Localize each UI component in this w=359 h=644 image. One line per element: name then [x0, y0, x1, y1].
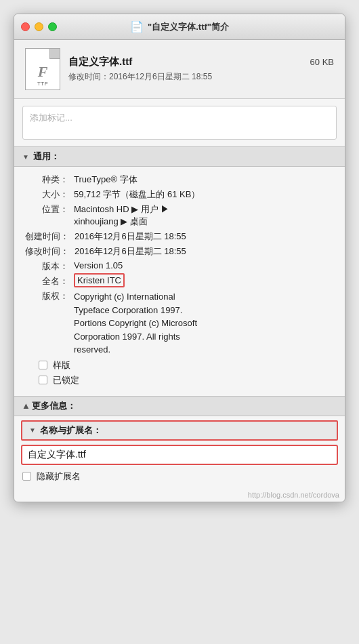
label-location: 位置： — [25, 203, 74, 216]
file-header: F TTF 自定义字体.ttf 60 KB 修改时间：2016年12月6日星期二… — [14, 40, 345, 99]
general-section-header[interactable]: ▼ 通用： — [14, 146, 345, 167]
value-kind: TrueType® 字体 — [74, 174, 337, 186]
value-size: 59,712 字节（磁盘上的 61 KB） — [74, 188, 337, 201]
title-bar: 📄 "自定义字体.ttf"简介 — [14, 14, 345, 40]
window-title: "自定义字体.ttf"简介 — [148, 21, 229, 33]
checkbox-locked-box[interactable] — [39, 376, 47, 384]
info-window: 📄 "自定义字体.ttf"简介 F TTF 自定义字体.ttf 60 KB 修改… — [14, 14, 345, 502]
checkbox-sample: 样版 — [39, 359, 337, 371]
label-kind: 种类： — [25, 174, 74, 186]
filename-input-wrapper[interactable] — [21, 445, 338, 465]
name-ext-triangle: ▼ — [29, 426, 36, 434]
value-modified: 2016年12月6日星期二 18:55 — [75, 245, 337, 258]
value-copyright: Copyright (c) International Typeface Cor… — [74, 290, 337, 357]
checkbox-sample-label: 样版 — [53, 359, 70, 371]
traffic-lights — [21, 22, 57, 31]
file-icon: F TTF — [25, 48, 60, 90]
footer-watermark: http://blog.csdn.net/cordova — [14, 488, 345, 502]
info-row-size: 大小： 59,712 字节（磁盘上的 61 KB） — [25, 188, 337, 201]
tag-area[interactable]: 添加标记... — [22, 106, 337, 140]
general-triangle: ▼ — [22, 153, 29, 161]
name-ext-section-header[interactable]: ▼ 名称与扩展名： — [21, 420, 338, 441]
checkbox-sample-box[interactable] — [39, 361, 47, 369]
value-fullname: Kristen ITC — [74, 275, 337, 285]
checkbox-locked: 已锁定 — [39, 374, 337, 386]
value-created: 2016年12月6日星期二 18:55 — [75, 230, 337, 243]
file-name-row: 自定义字体.ttf 60 KB — [68, 56, 334, 68]
hide-extension-row: 隐藏扩展名 — [22, 470, 337, 483]
file-title-icon: 📄 — [130, 20, 144, 33]
name-ext-section-title: 名称与扩展名： — [40, 424, 102, 437]
more-info-section-header[interactable]: ▶ 更多信息： — [14, 396, 345, 416]
tag-placeholder: 添加标记... — [30, 113, 72, 123]
info-row-modified: 修改时间： 2016年12月6日星期二 18:55 — [25, 245, 337, 258]
close-button[interactable] — [21, 22, 30, 31]
minimize-button[interactable] — [35, 22, 43, 31]
info-row-fullname: 全名： Kristen ITC — [25, 275, 337, 287]
info-row-version: 版本： Version 1.05 — [25, 260, 337, 273]
maximize-button[interactable] — [48, 22, 57, 31]
general-section-title: 通用： — [33, 150, 60, 163]
value-location: Macintosh HD ▶ 用户 ▶xinhoujiang ▶ 桌面 — [74, 203, 337, 228]
general-section-content: 种类： TrueType® 字体 大小： 59,712 字节（磁盘上的 61 K… — [14, 167, 345, 396]
value-version: Version 1.05 — [74, 260, 337, 270]
file-name: 自定义字体.ttf — [68, 56, 132, 68]
filename-input[interactable] — [28, 449, 331, 460]
label-copyright: 版权： — [25, 290, 74, 302]
fullname-highlight: Kristen ITC — [74, 273, 125, 287]
file-info: 自定义字体.ttf 60 KB 修改时间：2016年12月6日星期二 18:55 — [68, 56, 334, 83]
more-info-triangle: ▶ — [22, 403, 29, 409]
hide-extension-label: 隐藏扩展名 — [37, 470, 81, 483]
file-modified: 修改时间：2016年12月6日星期二 18:55 — [68, 71, 334, 83]
label-modified: 修改时间： — [25, 245, 75, 258]
label-size: 大小： — [25, 188, 74, 201]
modified-label: 修改时间： — [68, 72, 109, 81]
label-version: 版本： — [25, 260, 74, 273]
info-row-copyright: 版权： Copyright (c) International Typeface… — [25, 290, 337, 357]
label-fullname: 全名： — [25, 275, 74, 287]
checkbox-locked-label: 已锁定 — [53, 374, 79, 386]
label-created: 创建时间： — [25, 230, 75, 243]
hide-extension-checkbox[interactable] — [22, 472, 31, 481]
modified-date: 2016年12月6日星期二 18:55 — [109, 72, 212, 81]
info-row-kind: 种类： TrueType® 字体 — [25, 174, 337, 186]
info-row-location: 位置： Macintosh HD ▶ 用户 ▶xinhoujiang ▶ 桌面 — [25, 203, 337, 228]
info-row-created: 创建时间： 2016年12月6日星期二 18:55 — [25, 230, 337, 243]
more-info-section-title: 更多信息： — [32, 400, 76, 412]
file-icon-letter: F — [38, 63, 48, 81]
file-size: 60 KB — [310, 57, 334, 67]
watermark-text: http://blog.csdn.net/cordova — [248, 491, 339, 499]
file-icon-type: TTF — [37, 81, 48, 87]
